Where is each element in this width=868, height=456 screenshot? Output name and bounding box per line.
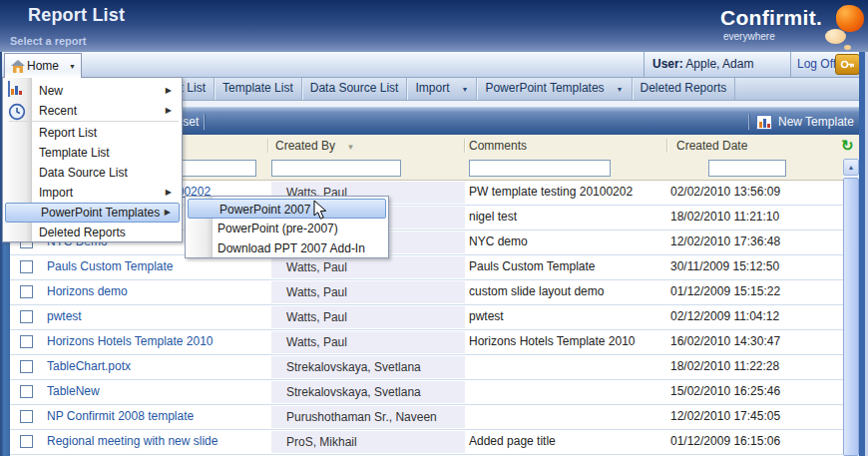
submenu-item-powerpoint-pre-2007[interactable]: PowerPoint (pre-2007) [187,219,386,238]
row-checkbox[interactable] [20,410,33,423]
tab-template-list[interactable]: Template List [215,78,302,100]
submenu-arrow-icon: ▶ [165,204,171,222]
row-checkbox[interactable] [20,260,33,273]
created-by-filter-input[interactable] [271,160,401,177]
menu-item-deleted-reports[interactable]: Deleted Reports [4,223,180,242]
column-header-comments[interactable]: Comments [469,139,527,153]
column-divider [267,139,268,153]
tab-import[interactable]: Import▼ [407,78,477,100]
menu-item-data-source-list[interactable]: Data Source List [4,163,180,183]
home-menu-button[interactable]: Home ▼ [4,53,82,78]
key-icon [840,58,855,71]
row-checkbox[interactable] [20,335,33,348]
created-date-cell: 30/11/2009 15:12:50 [670,255,779,278]
tab-deleted-reports[interactable]: Deleted Reports [633,78,736,100]
scroll-up-button[interactable]: ▲ [843,159,859,176]
created-date-cell: 01/12/2009 16:15:06 [670,430,780,453]
row-checkbox[interactable] [20,285,33,298]
template-name-link[interactable]: TableChart.potx [47,355,131,378]
created-date-cell: 18/02/2010 11:22:28 [670,355,779,378]
table-row: TableNew Strekalovskaya, Svetlana 15/02/… [10,380,843,405]
menu-separator [9,121,179,122]
comment-cell: Pauls Custom Template [469,255,596,278]
home-icon [11,60,25,73]
created-date-cell: 15/02/2010 16:25:46 [670,380,780,403]
home-dropdown-menu: New ▶ Recent ▶ Report List Template List… [2,77,183,242]
powerpoint-templates-submenu: PowerPoint 2007 PowerPoint (pre-2007) Do… [185,196,389,258]
table-row: TableChart.potx Strekalovskaya, Svetlana… [10,355,843,380]
app-window: Report List Select a report Confirmit. e… [0,0,868,456]
comments-filter-input[interactable] [469,160,611,177]
row-checkbox[interactable] [20,360,33,373]
user-info: User: Apple, Adam [644,52,753,77]
template-name-link[interactable]: Regional meeting with new slide [47,430,217,453]
table-row: pwtest Watts, Paul pwtest 02/12/2009 11:… [10,305,843,330]
sort-desc-icon: ▼ [346,143,354,152]
page-subtitle: Select a report [10,35,86,47]
menu-item-recent[interactable]: Recent ▶ [4,101,180,121]
comment-cell: nigel test [469,206,517,228]
submenu-item-download-ppt-addin[interactable]: Download PPT 2007 Add-In [187,238,386,258]
created-by-cell: Watts, Paul [271,306,465,328]
scrollbar-thumb[interactable] [843,178,859,456]
submenu-arrow-icon: ▶ [166,101,172,121]
chevron-down-icon: ▼ [461,86,468,93]
page-title: Report List [28,5,125,26]
created-by-cell: Watts, Paul [271,256,465,278]
column-divider [666,139,667,153]
row-checkbox[interactable] [20,310,33,323]
table-row: NP Confirmit 2008 template Purushothaman… [10,405,843,430]
created-date-cell: 02/02/2010 13:56:09 [670,181,780,204]
created-date-cell: 12/02/2010 17:45:05 [670,405,780,428]
created-by-cell: Watts, Paul [271,331,465,353]
created-by-cell: ProS, Mikhail [271,431,465,453]
created-date-cell: 02/12/2009 11:04:12 [670,305,779,328]
log-off-link[interactable]: Log Off [797,52,836,77]
row-checkbox[interactable] [20,385,33,398]
password-key-button[interactable] [835,54,860,75]
template-name-link[interactable]: pwtest [47,305,82,328]
template-name-link[interactable]: TableNew [47,380,100,403]
column-header-created-date[interactable]: Created Date [676,139,747,153]
tab-data-source-list[interactable]: Data Source List [302,78,408,100]
created-date-cell: 12/02/2010 17:36:48 [670,230,780,253]
user-name: Apple, Adam [685,57,753,71]
menu-item-import[interactable]: Import ▶ [4,183,180,203]
created-by-cell: Purushothaman Sr., Naveen [271,406,465,428]
created-by-cell: Watts, Paul [271,281,465,303]
vertical-scrollbar: ▲ [843,159,859,456]
confirmit-logo: Confirmit. [720,6,822,30]
submenu-arrow-icon: ▶ [166,183,172,203]
chevron-down-icon: ▼ [617,86,624,93]
submenu-arrow-icon: ▶ [166,81,172,101]
comment-cell: pwtest [469,305,504,328]
refresh-icon[interactable]: ↻ [841,138,854,154]
logo-blob-dot-icon [844,45,851,50]
table-row: Regional meeting with new slide ProS, Mi… [10,430,843,455]
created-date-cell: 01/12/2009 15:15:22 [670,280,780,303]
menu-item-report-list[interactable]: Report List [4,123,180,143]
submenu-item-powerpoint-2007[interactable]: PowerPoint 2007 [188,199,386,219]
logo-blob-small-icon [825,29,846,44]
comment-cell: NYC demo [469,230,528,253]
created-date-filter-input[interactable] [708,160,786,177]
row-checkbox[interactable] [20,435,33,448]
comment-cell: custom slide layout demo [469,280,604,303]
table-row: Pauls Custom Template Watts, Paul Pauls … [10,255,843,280]
template-name-link[interactable]: Horizons Hotels Template 2010 [47,330,214,353]
menu-item-new[interactable]: New ▶ [4,81,180,101]
table-row: Horizons demo Watts, Paul custom slide l… [10,280,843,305]
template-name-link[interactable]: Pauls Custom Template [47,255,174,278]
menu-item-template-list[interactable]: Template List [4,143,180,163]
column-header-created-by[interactable]: Created By ▼ [275,139,354,153]
template-name-link[interactable]: Horizons demo [47,280,128,303]
template-name-link[interactable]: NP Confirmit 2008 template [47,405,194,428]
created-by-cell: Strekalovskaya, Svetlana [271,381,465,403]
new-template-icon [756,115,772,130]
comment-cell: Added page title [469,430,556,453]
home-label: Home [27,59,59,73]
tab-powerpoint-templates[interactable]: PowerPoint Templates▼ [477,78,632,100]
created-date-cell: 18/02/2010 11:21:10 [670,206,779,228]
menu-item-powerpoint-templates[interactable]: PowerPoint Templates ▶ [5,203,180,223]
new-template-button[interactable]: New Template [756,112,854,132]
